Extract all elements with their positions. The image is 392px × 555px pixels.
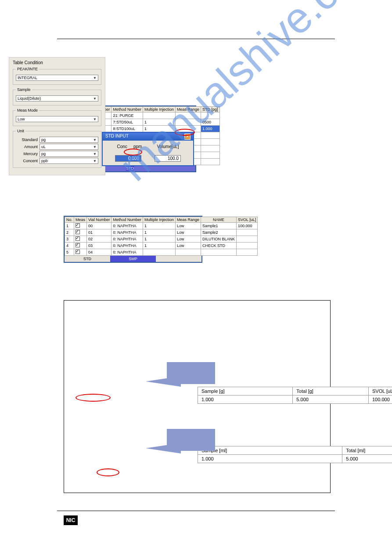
nic-logo: NIC (64, 515, 78, 525)
amount-select[interactable]: uL▼ (40, 144, 98, 150)
table-condition: Table Condition PEAK/INTE INTEGRAL▼ Samp… (9, 57, 105, 175)
checkbox-icon[interactable] (76, 230, 80, 234)
result-table-1: Sample [g]Total [g]SVOL [uL]DENSITY [kg/… (198, 387, 392, 404)
col-std: STD [pg] (201, 107, 220, 112)
conc-label: Conc (117, 144, 127, 149)
close-icon[interactable]: × (184, 134, 191, 140)
mercury-select[interactable]: pg▼ (40, 151, 98, 157)
table-row[interactable]: 2010: NAPHTHA1LowSample2 (65, 229, 258, 236)
tab-std[interactable]: STD (65, 256, 110, 262)
checkbox-icon[interactable] (76, 243, 80, 247)
callout-arrow (167, 429, 215, 451)
chevron-down-icon: ▼ (93, 145, 97, 149)
table-row[interactable]: 5040: NAPHTHA (65, 249, 258, 256)
chevron-down-icon: ▼ (93, 97, 97, 101)
chevron-down-icon: ▼ (93, 138, 97, 142)
checkbox-icon[interactable] (76, 250, 80, 254)
col-mult: Multiple Injection (143, 107, 175, 112)
meas-select[interactable]: Low▼ (16, 116, 98, 122)
sample-select[interactable]: Liquid(Dilute)▼ (16, 95, 98, 102)
chevron-down-icon: ▼ (93, 152, 97, 156)
col-range: Meas Range (175, 107, 201, 112)
result-table-2: Sample [ml]Total [ml]SVOL [uL] 1.0005.00… (198, 446, 392, 463)
smp-table-window: No. Meas Vial Number Method Number Multi… (64, 216, 202, 263)
peak-select[interactable]: INTEGRAL▼ (16, 75, 98, 81)
std-input-dialog: STD INPUT × Conc ppm Volume[uL] 0.000 10… (102, 132, 194, 166)
table-row[interactable]: 3020: NAPHTHA1LowDILUTION BLANK (65, 236, 258, 243)
checkbox-icon[interactable] (76, 223, 80, 228)
standard-select[interactable]: pg▼ (40, 137, 98, 143)
checkbox-icon[interactable] (76, 236, 80, 241)
table-row[interactable]: 4030: NAPHTHA1LowCHECK STD (65, 243, 258, 249)
chevron-down-icon: ▼ (93, 159, 97, 163)
conc-input[interactable]: 0.000 (115, 155, 141, 162)
concent-select[interactable]: ppb▼ (40, 158, 98, 164)
tc-title: Table Condition (13, 60, 101, 65)
volume-label: Volume[uL] (157, 144, 179, 149)
conc-unit: ppm (133, 144, 142, 149)
callout-arrow (167, 362, 215, 384)
chevron-down-icon: ▼ (93, 76, 97, 80)
volume-input[interactable]: 100.0 (155, 155, 181, 162)
col-method: Method Number (111, 107, 143, 112)
chevron-down-icon: ▼ (93, 117, 97, 121)
tab-smp[interactable]: SMP (110, 256, 156, 262)
table-row[interactable]: 1000: NAPHTHA1LowSample1100.000 (65, 223, 258, 229)
smp-table: No. Meas Vial Number Method Number Multi… (65, 217, 258, 256)
dialog-title: STD INPUT (105, 134, 129, 140)
